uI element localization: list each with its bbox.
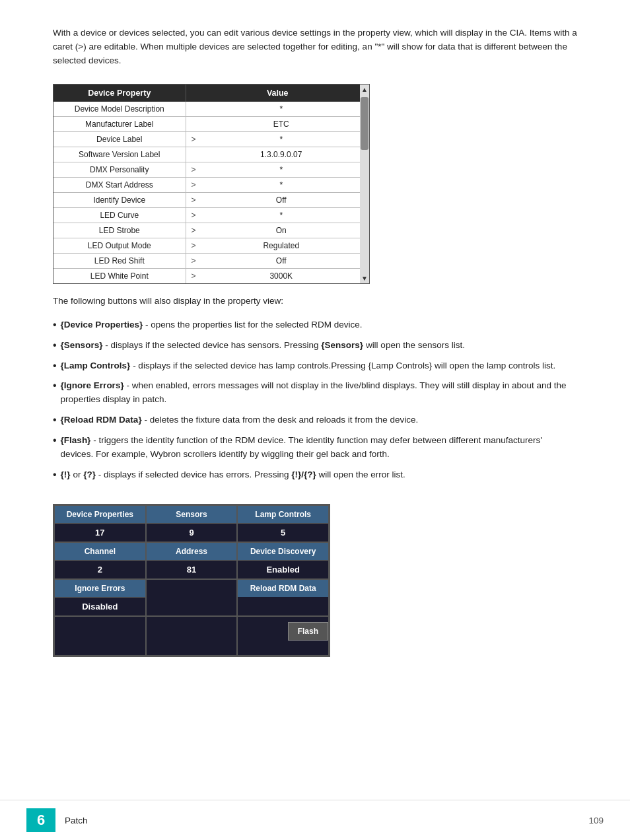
caret-indicator <box>186 102 201 117</box>
footer-section: Patch <box>65 816 588 825</box>
footer-page: 109 <box>588 816 604 825</box>
scroll-down-icon[interactable]: ▼ <box>361 273 368 283</box>
bullet-text: {Device Properties} - opens the properti… <box>61 318 363 332</box>
device-discovery-button[interactable]: Device Discovery <box>238 543 328 561</box>
property-value: * <box>201 102 369 117</box>
address-value: 81 <box>147 561 237 578</box>
table-row: LED Output Mode>Regulated <box>53 238 369 253</box>
caret-indicator: > <box>186 192 201 207</box>
flash-cell: Flash <box>237 616 329 656</box>
sensors-cell[interactable]: Sensors 9 <box>146 505 238 542</box>
list-item: • {Lamp Controls} - displays if the sele… <box>53 356 577 376</box>
caret-indicator: > <box>186 162 201 177</box>
sensors-button[interactable]: Sensors <box>147 506 237 524</box>
reload-rdm-button[interactable]: Reload RDM Data <box>238 580 328 597</box>
col-header-value: Value <box>186 85 369 102</box>
device-discovery-cell[interactable]: Device Discovery Enabled <box>237 542 329 579</box>
ignore-errors-value: Disabled <box>55 598 145 615</box>
device-properties-cell[interactable]: Device Properties 17 <box>54 505 146 542</box>
table-row: DMX Personality>* <box>53 162 369 177</box>
reload-rdm-cell[interactable]: Reload RDM Data <box>237 579 329 616</box>
bullet-dot: • <box>53 380 57 391</box>
bullets-list: • {Device Properties} - opens the proper… <box>53 315 577 485</box>
bullet-text: {Ignore Errors} - when enabled, errors m… <box>61 379 577 407</box>
bullet-dot: • <box>53 340 57 351</box>
property-name: LED Curve <box>53 207 186 223</box>
bullet-dot: • <box>53 320 57 330</box>
table-row: Identify Device>Off <box>53 192 369 207</box>
page-number-box: 6 <box>26 808 55 832</box>
property-value: 1.3.0.9.0.07 <box>201 147 369 162</box>
property-value: Off <box>201 253 369 268</box>
ignore-errors-cell[interactable]: Ignore Errors Disabled <box>54 579 146 616</box>
caret-indicator: > <box>186 131 201 147</box>
bullet-dot: • <box>53 435 57 446</box>
property-value: Off <box>201 192 369 207</box>
property-name: LED Output Mode <box>53 238 186 253</box>
address-button[interactable]: Address <box>147 543 237 561</box>
table-row: DMX Start Address>* <box>53 177 369 192</box>
intro-paragraph: With a device or devices selected, you c… <box>53 26 577 68</box>
caret-indicator: > <box>186 223 201 238</box>
table-scrollbar[interactable]: ▲ ▼ <box>360 85 369 283</box>
bullet-text: {Reload RDM Data} - deletes the fixture … <box>61 413 419 427</box>
address-cell[interactable]: Address 81 <box>146 542 238 579</box>
property-name: DMX Start Address <box>53 177 186 192</box>
scrollbar-thumb[interactable] <box>361 97 368 150</box>
caret-indicator: > <box>186 253 201 268</box>
bullet-dot: • <box>53 470 57 480</box>
button-grid: Device Properties 17 Sensors 9 Lamp Cont… <box>54 505 329 656</box>
device-properties-value: 17 <box>55 524 145 542</box>
channel-cell[interactable]: Channel 2 <box>54 542 146 579</box>
list-item: • {Flash} - triggers the identity functi… <box>53 431 577 465</box>
property-name: Device Model Description <box>53 102 186 117</box>
table-row: Manufacturer LabelETC <box>53 116 369 131</box>
bullets-intro: The following buttons will also display … <box>53 295 577 308</box>
table-row: Device Label>* <box>53 131 369 147</box>
property-name: LED White Point <box>53 268 186 283</box>
property-table-wrapper: Device Property Value Device Model Descr… <box>53 84 370 284</box>
property-name: Device Label <box>53 131 186 147</box>
table-row: LED White Point>3000K <box>53 268 369 283</box>
property-value: Regulated <box>201 238 369 253</box>
list-item: • {Sensors} - displays if the selected d… <box>53 335 577 356</box>
table-row: Device Model Description* <box>53 102 369 117</box>
property-name: Software Version Label <box>53 147 186 162</box>
caret-indicator: > <box>186 238 201 253</box>
lamp-controls-button[interactable]: Lamp Controls <box>238 506 328 524</box>
property-name: Identify Device <box>53 192 186 207</box>
caret-indicator: > <box>186 177 201 192</box>
table-row: LED Red Shift>Off <box>53 253 369 268</box>
property-value: * <box>201 207 369 223</box>
property-value: 3000K <box>201 268 369 283</box>
property-value: * <box>201 131 369 147</box>
caret-indicator: > <box>186 207 201 223</box>
empty-cell-middle <box>146 579 238 616</box>
list-item: • {Ignore Errors} - when enabled, errors… <box>53 376 577 410</box>
property-name: DMX Personality <box>53 162 186 177</box>
ignore-errors-button[interactable]: Ignore Errors <box>55 580 145 598</box>
property-table: Device Property Value Device Model Descr… <box>53 85 369 283</box>
property-value: ETC <box>201 116 369 131</box>
page-footer: 6 Patch 109 <box>0 800 630 840</box>
channel-button[interactable]: Channel <box>55 543 145 561</box>
caret-indicator: > <box>186 268 201 283</box>
lamp-controls-cell[interactable]: Lamp Controls 5 <box>237 505 329 542</box>
property-value: * <box>201 162 369 177</box>
sensors-value: 9 <box>147 524 237 542</box>
bullet-text: {Sensors} - displays if the selected dev… <box>61 339 465 353</box>
flash-button[interactable]: Flash <box>288 622 328 641</box>
bullet-text: {!} or {?} - displays if selected device… <box>61 468 405 482</box>
list-item: • {Device Properties} - opens the proper… <box>53 315 577 335</box>
list-item: • {!} or {?} - displays if selected devi… <box>53 465 577 485</box>
property-name: LED Strobe <box>53 223 186 238</box>
device-properties-button[interactable]: Device Properties <box>55 506 145 524</box>
property-value: On <box>201 223 369 238</box>
scroll-up-icon[interactable]: ▲ <box>361 85 368 94</box>
bullet-text: {Lamp Controls} - displays if the select… <box>61 359 556 373</box>
bullet-dot: • <box>53 415 57 425</box>
page-content: With a device or devices selected, you c… <box>0 0 630 683</box>
table-row: Software Version Label1.3.0.9.0.07 <box>53 147 369 162</box>
property-name: Manufacturer Label <box>53 116 186 131</box>
caret-indicator <box>186 147 201 162</box>
